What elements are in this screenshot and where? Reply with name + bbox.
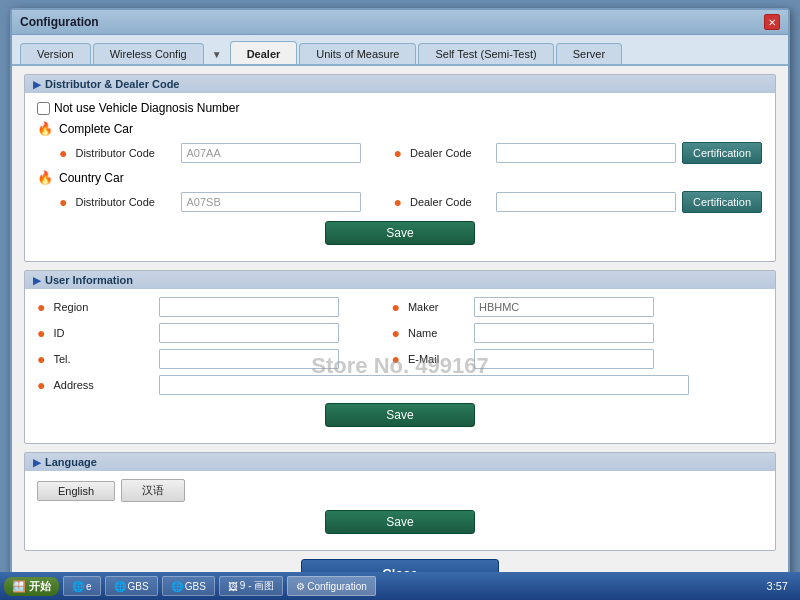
distributor-dealer-body: Not use Vehicle Diagnosis Number 🔥 Compl… [25, 93, 775, 261]
complete-car-label: Complete Car [59, 122, 133, 136]
required-dot-2: ● [393, 145, 401, 161]
distributor-label-1: Distributor Code [75, 147, 175, 159]
user-info-save-button[interactable]: Save [325, 403, 474, 427]
start-label: 开始 [29, 579, 51, 594]
user-info-header: ▶ User Information [25, 271, 775, 289]
region-row: ● Region ● Maker [37, 297, 763, 317]
language-buttons-row: English 汉语 [37, 479, 763, 502]
id-input[interactable] [159, 323, 339, 343]
close-icon[interactable]: ✕ [764, 14, 780, 30]
user-info-body: Store No. 499167 ● Region ● Maker ● ID [25, 289, 775, 443]
language-section: ▶ Language English 汉语 Save [24, 452, 776, 551]
dealer-save-button[interactable]: Save [325, 221, 474, 245]
tab-units[interactable]: Units of Measure [299, 43, 416, 64]
language-save-button[interactable]: Save [325, 510, 474, 534]
complete-distributor-input[interactable] [181, 143, 361, 163]
address-input[interactable] [159, 375, 689, 395]
tab-selftest[interactable]: Self Test (Semi-Test) [418, 43, 553, 64]
taskbar: 🪟 开始 🌐 e 🌐 GBS 🌐 GBS 🖼 9 - 画图 ⚙ Configur… [0, 572, 800, 600]
complete-car-row: ● Distributor Code ● Dealer Code Certifi… [37, 142, 763, 164]
tel-label: Tel. [53, 353, 153, 365]
tabs-bar: Version Wireless Config ▼ Dealer Units o… [12, 35, 788, 66]
taskbar-item-1[interactable]: 🌐 GBS [105, 576, 158, 596]
taskbar-icon-0: 🌐 [72, 581, 84, 592]
email-label: E-Mail [408, 353, 468, 365]
section-arrow-icon-2: ▶ [33, 275, 41, 286]
language-body: English 汉语 Save [25, 471, 775, 550]
required-dot-10: ● [391, 351, 399, 367]
maker-input[interactable] [474, 297, 654, 317]
no-vehicle-diagnosis-checkbox[interactable] [37, 102, 50, 115]
required-dot-9: ● [37, 351, 45, 367]
region-input[interactable] [159, 297, 339, 317]
taskbar-icon-2: 🌐 [171, 581, 183, 592]
tel-row: ● Tel. ● E-Mail [37, 349, 763, 369]
address-label: Address [53, 379, 153, 391]
section-arrow-icon-3: ▶ [33, 457, 41, 468]
required-dot-5: ● [37, 299, 45, 315]
dealer-label-1: Dealer Code [410, 147, 490, 159]
fire-icon-complete: 🔥 [37, 121, 53, 136]
taskbar-item-4[interactable]: ⚙ Configuration [287, 576, 375, 596]
start-button[interactable]: 🪟 开始 [4, 577, 59, 596]
tab-dealer[interactable]: Dealer [230, 41, 298, 64]
distributor-dealer-section: ▶ Distributor & Dealer Code Not use Vehi… [24, 74, 776, 262]
taskbar-icon-3: 🖼 [228, 581, 238, 592]
language-title: Language [45, 456, 97, 468]
country-car-label: Country Car [59, 171, 124, 185]
taskbar-icon-4: ⚙ [296, 581, 305, 592]
fire-icon-country: 🔥 [37, 170, 53, 185]
language-header: ▶ Language [25, 453, 775, 471]
taskbar-item-2[interactable]: 🌐 GBS [162, 576, 215, 596]
user-info-title: User Information [45, 274, 133, 286]
complete-car-label-row: 🔥 Complete Car [37, 121, 763, 136]
complete-certification-button[interactable]: Certification [682, 142, 762, 164]
distributor-dealer-title: Distributor & Dealer Code [45, 78, 179, 90]
complete-dealer-input[interactable] [496, 143, 676, 163]
name-label: Name [408, 327, 468, 339]
region-label: Region [53, 301, 153, 313]
title-bar: Configuration ✕ [12, 10, 788, 35]
id-label: ID [53, 327, 153, 339]
section-arrow-icon: ▶ [33, 79, 41, 90]
distributor-dealer-header: ▶ Distributor & Dealer Code [25, 75, 775, 93]
address-row: ● Address [37, 375, 763, 395]
tab-version[interactable]: Version [20, 43, 91, 64]
main-window: Configuration ✕ Version Wireless Config … [10, 8, 790, 600]
required-dot-11: ● [37, 377, 45, 393]
tab-arrow-icon: ▼ [206, 45, 228, 64]
country-car-row: ● Distributor Code ● Dealer Code Certifi… [37, 191, 763, 213]
tab-wireless[interactable]: Wireless Config [93, 43, 204, 64]
taskbar-icon-1: 🌐 [114, 581, 126, 592]
english-button[interactable]: English [37, 481, 115, 501]
taskbar-time: 3:57 [767, 580, 796, 592]
country-distributor-input[interactable] [181, 192, 361, 212]
taskbar-item-0[interactable]: 🌐 e [63, 576, 101, 596]
chinese-button[interactable]: 汉语 [121, 479, 185, 502]
email-input[interactable] [474, 349, 654, 369]
id-row: ● ID ● Name [37, 323, 763, 343]
maker-label: Maker [408, 301, 468, 313]
window-title: Configuration [20, 15, 99, 29]
checkbox-row: Not use Vehicle Diagnosis Number [37, 101, 763, 115]
required-dot-7: ● [37, 325, 45, 341]
required-dot-4: ● [393, 194, 401, 210]
country-car-label-row: 🔥 Country Car [37, 170, 763, 185]
dealer-label-2: Dealer Code [410, 196, 490, 208]
tab-server[interactable]: Server [556, 43, 622, 64]
taskbar-item-3[interactable]: 🖼 9 - 画图 [219, 576, 283, 596]
required-dot-3: ● [59, 194, 67, 210]
required-dot-1: ● [59, 145, 67, 161]
required-dot-6: ● [391, 299, 399, 315]
start-icon: 🪟 [12, 580, 26, 593]
distributor-label-2: Distributor Code [75, 196, 175, 208]
country-certification-button[interactable]: Certification [682, 191, 762, 213]
no-vehicle-diagnosis-label: Not use Vehicle Diagnosis Number [54, 101, 239, 115]
main-content: ▶ Distributor & Dealer Code Not use Vehi… [12, 66, 788, 600]
required-dot-8: ● [391, 325, 399, 341]
user-info-section: ▶ User Information Store No. 499167 ● Re… [24, 270, 776, 444]
country-dealer-input[interactable] [496, 192, 676, 212]
name-input[interactable] [474, 323, 654, 343]
tel-input[interactable] [159, 349, 339, 369]
